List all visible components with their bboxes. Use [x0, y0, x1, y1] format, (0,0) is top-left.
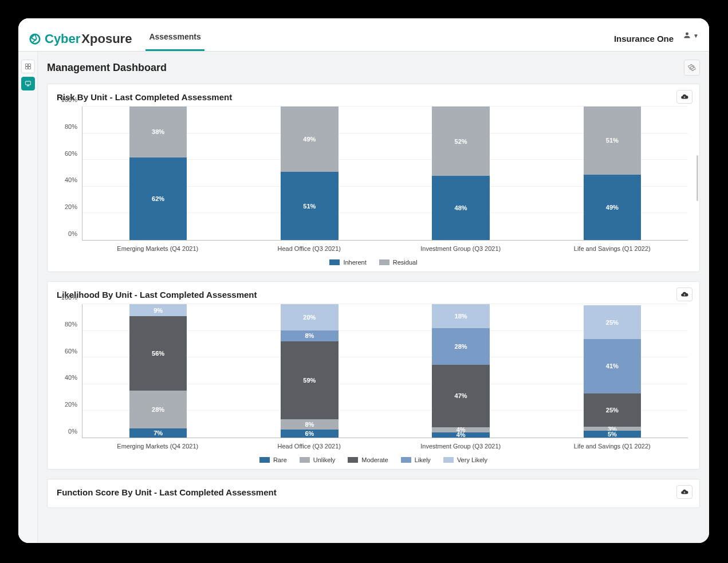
bar-column: 6%8%59%8%20%: [234, 304, 385, 438]
segment-label: 59%: [303, 377, 316, 384]
legend-label: Rare: [273, 456, 287, 463]
x-tick: Emerging Markets (Q4 2021): [82, 243, 234, 255]
rail-dashboard-button[interactable]: [21, 77, 35, 90]
legend-item[interactable]: Rare: [259, 456, 287, 463]
device-frame: CyberXposure Assessments Insurance One ▼…: [11, 11, 716, 550]
chart-title: Likelihood By Unit - Last Completed Asse…: [57, 290, 690, 300]
segment-label: 47%: [455, 392, 467, 399]
bar-segment: 49%: [281, 107, 338, 172]
segment-label: 25%: [606, 319, 619, 326]
bar-segment: 51%: [584, 107, 641, 175]
y-tick: 100%: [57, 96, 77, 103]
y-tick: 60%: [57, 348, 77, 355]
legend-item[interactable]: Unlikely: [300, 456, 336, 463]
y-tick: 100%: [57, 294, 77, 301]
stacked-bar: 48%52%: [432, 107, 489, 240]
x-tick: Head Office (Q3 2021): [234, 440, 385, 453]
bar-segment: 25%: [584, 393, 641, 427]
chart-legend: RareUnlikelyModerateLikelyVery Likely: [57, 456, 690, 463]
bar-segment: 4%: [432, 432, 489, 438]
bar-column: 7%28%56%9%: [82, 304, 234, 438]
segment-label: 5%: [608, 431, 617, 438]
legend-item[interactable]: Very Likely: [443, 456, 487, 463]
x-tick: Emerging Markets (Q4 2021): [82, 440, 234, 453]
chart-area: 0%20%40%60%80%100%7%28%56%9%6%8%59%8%20%…: [57, 304, 690, 453]
page-title-row: Management Dashboard: [47, 60, 700, 76]
download-button[interactable]: [676, 90, 692, 104]
x-tick: Head Office (Q3 2021): [234, 243, 385, 255]
user-menu[interactable]: ▼: [683, 31, 699, 47]
legend-swatch: [300, 457, 310, 463]
stacked-bar: 5%3%25%41%25%: [584, 305, 641, 438]
download-button[interactable]: [676, 288, 692, 301]
chart-card: Likelihood By Unit - Last Completed Asse…: [47, 281, 700, 470]
bar-segment: 48%: [432, 176, 489, 240]
gear-icon: [688, 64, 696, 72]
bar-segment: 52%: [432, 107, 489, 176]
bar-segment: 47%: [432, 365, 489, 427]
segment-label: 49%: [303, 136, 316, 143]
chart-card: Risk By Unit - Last Completed Assessment…: [47, 84, 700, 272]
brand-text-a: Cyber: [45, 32, 80, 46]
bar-segment: 41%: [584, 339, 641, 394]
x-tick: Life and Savings (Q1 2022): [537, 440, 688, 453]
legend-item[interactable]: Residual: [379, 259, 418, 266]
segment-label: 38%: [152, 128, 164, 135]
bar-segment: 18%: [432, 304, 489, 328]
main-content: Management Dashboard Risk By Unit - Last…: [38, 52, 709, 543]
segment-label: 48%: [455, 204, 467, 211]
chart-title: Function Score By Unit - Last Completed …: [57, 487, 690, 497]
settings-button[interactable]: [684, 60, 700, 76]
brand-text-b: Xposure: [81, 32, 132, 46]
bar-segment: 56%: [129, 316, 187, 391]
legend-swatch: [329, 259, 340, 265]
segment-label: 62%: [152, 195, 164, 202]
topbar: CyberXposure Assessments Insurance One ▼: [18, 18, 709, 52]
bar-column: 62%38%: [82, 107, 234, 240]
aperture-icon: [29, 33, 41, 45]
legend-item[interactable]: Likely: [401, 456, 431, 463]
bar-segment: 51%: [281, 172, 338, 240]
y-axis: 0%20%40%60%80%100%: [57, 107, 80, 241]
legend-swatch: [379, 259, 389, 265]
segment-label: 51%: [303, 203, 316, 210]
nav-tab-assessments[interactable]: Assessments: [145, 26, 204, 51]
bar-segment: 59%: [281, 341, 338, 419]
segment-label: 8%: [305, 332, 314, 339]
segment-label: 52%: [455, 138, 467, 145]
resize-handle[interactable]: [696, 155, 698, 201]
x-axis: Emerging Markets (Q4 2021)Head Office (Q…: [82, 440, 688, 453]
user-icon: [683, 31, 691, 41]
x-tick: Investment Group (Q3 2021): [385, 243, 537, 255]
brand-logo[interactable]: CyberXposure: [29, 32, 132, 46]
download-button[interactable]: [676, 485, 692, 499]
bar-column: 51%49%: [234, 107, 385, 240]
stacked-bar: 6%8%59%8%20%: [281, 304, 338, 438]
left-rail: [18, 52, 38, 543]
segment-label: 49%: [606, 204, 619, 211]
legend-item[interactable]: Moderate: [348, 456, 388, 463]
x-tick: Life and Savings (Q1 2022): [537, 243, 688, 255]
rail-grid-button[interactable]: [21, 60, 35, 73]
legend-label: Residual: [393, 259, 418, 266]
bar-segment: 49%: [584, 175, 641, 240]
plot-area: 62%38%51%49%48%52%49%51%: [82, 107, 688, 241]
chart-legend: InherentResidual: [57, 259, 690, 266]
stacked-bar: 49%51%: [584, 107, 641, 240]
monitor-icon: [25, 80, 32, 87]
segment-label: 41%: [606, 363, 619, 369]
cloud-download-icon: [680, 290, 688, 298]
y-tick: 60%: [57, 150, 77, 157]
chart-title: Risk By Unit - Last Completed Assessment: [57, 92, 690, 102]
segment-label: 20%: [303, 314, 316, 321]
legend-item[interactable]: Inherent: [329, 259, 366, 266]
cloud-download-icon: [680, 93, 688, 101]
segment-label: 3%: [608, 427, 617, 431]
legend-swatch: [348, 457, 358, 463]
legend-label: Inherent: [343, 259, 366, 266]
segment-label: 8%: [305, 421, 314, 428]
org-name: Insurance One: [614, 34, 674, 44]
chart-area: 0%20%40%60%80%100%62%38%51%49%48%52%49%5…: [57, 107, 690, 255]
legend-swatch: [259, 457, 270, 463]
legend-swatch: [401, 457, 411, 463]
